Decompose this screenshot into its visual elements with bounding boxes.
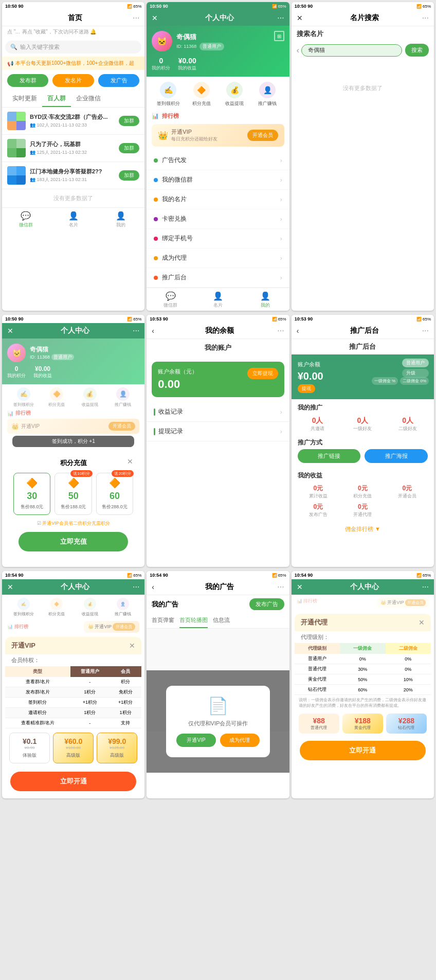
agent-price-normal[interactable]: ¥88 普通代理	[299, 714, 339, 734]
gold-rank[interactable]: 佣金排行榜 ▼	[292, 522, 434, 536]
points-menu-label: 积分充值	[192, 100, 211, 107]
menu-bind-phone[interactable]: 绑定手机号 ›	[147, 229, 289, 248]
tab-enterprise[interactable]: 企业微信	[71, 91, 106, 107]
rank-r2: 📊排行榜	[7, 407, 139, 419]
more-icon[interactable]: ···	[133, 13, 139, 23]
open-vip-btn[interactable]: 开通VIP	[176, 734, 216, 747]
nav-mine-2[interactable]: 👤 我的	[242, 291, 289, 309]
nav-mine[interactable]: 👤 我的	[97, 211, 144, 228]
menu-become-agent[interactable]: 成为代理 ›	[147, 248, 289, 268]
td-1-1: -	[70, 677, 110, 687]
more-icon-profile[interactable]: ···	[277, 13, 284, 23]
menu-item-label-1: 广告代发	[162, 156, 187, 165]
menu-icon-withdraw[interactable]: 💰 收益提现	[218, 82, 251, 107]
back-arrow[interactable]: ‹	[297, 46, 299, 55]
tab-banner[interactable]: 首页轮播图	[179, 613, 208, 628]
menu-ad-proxy[interactable]: 广告代发 ›	[147, 151, 289, 170]
promo-link-btn[interactable]: 推广链接	[298, 449, 361, 463]
vip-modal-close[interactable]: ✕	[129, 642, 135, 650]
item-sub-2: 👥 125人 2021-11-13 02:32	[30, 149, 115, 156]
user-info: 🐱 奇偶猫 ID: 11368 普通用户	[152, 31, 284, 51]
card-search-btn[interactable]: 搜索	[405, 44, 429, 57]
income-record[interactable]: 收益记录 ›	[147, 402, 289, 422]
close-r2s1[interactable]: ✕	[7, 327, 17, 335]
price-card-3[interactable]: ¥99.0 ¥125.00 高级版	[97, 733, 137, 763]
confirm-recharge-btn[interactable]: 立即充值	[19, 532, 128, 551]
balance-card: 账户余额（元） 0.00 立即提现	[152, 362, 284, 397]
withdraw-btn[interactable]: 立即提现	[247, 368, 278, 379]
more-r3s1[interactable]: ···	[133, 582, 139, 592]
back-promo[interactable]: ‹	[297, 327, 307, 335]
package-50[interactable]: 送10积分 🔶 50 售价188.0元	[55, 473, 92, 515]
card-search-input[interactable]	[301, 44, 402, 57]
promo-withdraw-btn[interactable]: 提现	[298, 384, 315, 393]
add-btn-2[interactable]: 加群	[119, 143, 139, 153]
tab-realtime[interactable]: 实时更新	[7, 91, 42, 107]
tab-feed[interactable]: 信息流	[213, 613, 230, 628]
nav-wechat-2[interactable]: 💬 微信群	[147, 291, 194, 309]
publish-group-btn[interactable]: 发布群	[7, 74, 48, 87]
nav-card[interactable]: 👤 名片	[49, 211, 97, 228]
menu-promo-backend[interactable]: 推广后台 ›	[147, 268, 289, 288]
vip-btn[interactable]: 开通会员	[247, 130, 278, 141]
agent-modal-close[interactable]: ✕	[419, 618, 425, 627]
package-icon-3: 🔶	[109, 478, 120, 488]
modal-close-btn[interactable]: ✕	[127, 457, 133, 466]
menu-item-label-5: 绑定手机号	[162, 234, 193, 243]
level1-label: 一级好友	[342, 425, 383, 432]
nav-label-2-0: 微信群	[164, 302, 177, 309]
nav-card-2[interactable]: 👤 名片	[194, 291, 242, 309]
add-btn-1[interactable]: 加群	[119, 116, 139, 126]
more-icon-search[interactable]: ···	[422, 13, 429, 23]
more-balance[interactable]: ···	[277, 326, 284, 335]
package-points-3: 60	[101, 491, 129, 502]
agent-price-diamond[interactable]: ¥288 钻石代理	[386, 714, 427, 734]
agent-row-2: 普通代理 30% 0%	[295, 664, 431, 674]
close-r3s3[interactable]: ✕	[297, 583, 307, 591]
become-agent-btn[interactable]: 成为代理	[220, 734, 260, 747]
withdraw-record[interactable]: 提现记录 ›	[147, 422, 289, 441]
menu-item-left-7: 推广后台	[154, 273, 187, 282]
close-r3s1[interactable]: ✕	[7, 583, 17, 591]
back-balance[interactable]: ‹	[152, 327, 162, 335]
rank-btn[interactable]: 📊 排行榜	[152, 112, 284, 120]
vip-btn-r2[interactable]: 开通会员	[108, 422, 135, 431]
add-btn-3[interactable]: 加群	[119, 170, 139, 181]
back-ads[interactable]: ‹	[152, 583, 162, 591]
back-icon-profile[interactable]: ✕	[152, 14, 162, 22]
battery-r3s3: 65%	[423, 573, 431, 578]
more-ads[interactable]: ···	[277, 582, 284, 592]
menu-my-group[interactable]: 我的微信群 ›	[147, 170, 289, 190]
nav-wechat-group[interactable]: 💬 微信群	[2, 211, 49, 228]
menu-icon-signin[interactable]: ✍ 签到领积分	[152, 82, 185, 107]
tab-popup[interactable]: 首页弹窗	[152, 613, 174, 628]
more-r2s1[interactable]: ···	[133, 326, 139, 335]
activate-agent-btn[interactable]: 立即开通	[300, 741, 426, 760]
promo-tab-upgrade[interactable]: 升级	[402, 369, 429, 378]
tab-hundred[interactable]: 百人群	[42, 91, 71, 107]
menu-icon-promo[interactable]: 👤 推广赚钱	[251, 82, 284, 107]
promo-poster-btn[interactable]: 推广海报	[365, 449, 428, 463]
publish-ad-btn[interactable]: 发布广告	[249, 598, 284, 610]
menu-card-exchange[interactable]: 卡密兑换 ›	[147, 209, 289, 229]
price-card-1[interactable]: ¥0.1 ¥0.99 体验版	[9, 733, 50, 763]
publish-ad-btn[interactable]: 发广告	[98, 74, 139, 87]
menu-my-card[interactable]: 我的名片 ›	[147, 190, 289, 209]
price-card-2[interactable]: ¥60.0 ¥100.00 高级版	[53, 733, 94, 763]
hint-text: 点 "...	[7, 28, 20, 35]
promo-tab-normal[interactable]: 普通用户	[402, 359, 429, 367]
agent-price-gold[interactable]: ¥188 黄金代理	[342, 714, 383, 734]
package-60[interactable]: 送20积分 🔶 60 售价288.0元	[96, 473, 133, 515]
status-icons-1: 📶 65%	[127, 4, 141, 9]
level-tab-2[interactable]: 二级佣金 0%	[400, 377, 429, 385]
menu-icon-points[interactable]: 🔶 积分充值	[185, 82, 218, 107]
level-tab-1[interactable]: 一级佣金 %	[372, 377, 398, 385]
back-icon-search[interactable]: ✕	[297, 14, 307, 22]
more-r3s3[interactable]: ···	[422, 582, 429, 592]
publish-card-btn[interactable]: 发名片	[52, 74, 94, 87]
more-promo[interactable]: ···	[422, 326, 429, 335]
activate-vip-btn[interactable]: 立即开通	[10, 772, 136, 791]
qr-icon[interactable]: ⊞	[274, 31, 284, 41]
package-30[interactable]: 🔶 30 售价88.0元	[13, 473, 50, 515]
search-bar[interactable]: 🔍 输入关键字搜索	[5, 41, 141, 54]
